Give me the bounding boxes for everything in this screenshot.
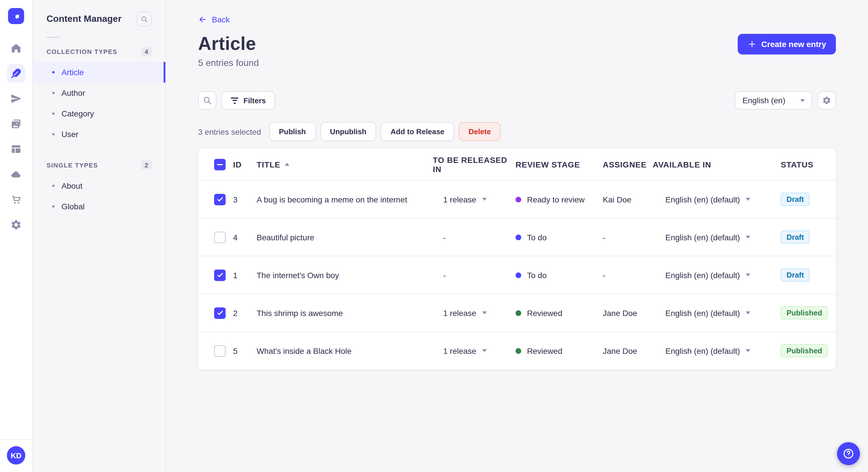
cell-to-be-released-in: - — [433, 270, 516, 279]
chevron-down-icon — [482, 198, 487, 201]
strapi-logo[interactable] — [8, 8, 24, 24]
column-header-to-be-released-in: TO BE RELEASED IN — [433, 155, 516, 173]
cell-title: This shrimp is awesome — [257, 308, 433, 317]
sidebar-item[interactable]: Article — [33, 62, 165, 82]
single-types-list: About Global — [33, 175, 165, 217]
view-settings-gear-button[interactable] — [817, 91, 836, 109]
settings-gear-icon[interactable] — [7, 216, 25, 234]
sidebar-item[interactable]: Author — [33, 82, 165, 103]
release-menu-trigger[interactable]: 1 release — [433, 195, 487, 204]
cell-review-stage: Ready to review — [516, 195, 603, 204]
cell-id: 4 — [233, 233, 257, 242]
release-menu-trigger: - — [433, 270, 446, 279]
chevron-down-icon — [482, 349, 487, 352]
sidebar-title: Content Manager — [46, 14, 121, 24]
main-content: Back Article Create new entry 5 entries … — [166, 0, 868, 472]
cell-assignee: - — [603, 233, 653, 242]
add-to-release-button[interactable]: Add to Release — [381, 122, 454, 141]
table-row[interactable]: 5 What's inside a Black Hole 1 release R… — [198, 332, 836, 369]
bullet-icon — [52, 185, 55, 187]
chevron-down-icon — [746, 349, 750, 352]
create-entry-button[interactable]: Create new entry — [738, 34, 836, 54]
locale-menu-trigger[interactable]: English (en) (default) — [653, 270, 750, 279]
filters-button[interactable]: Filters — [222, 91, 275, 109]
bullet-icon — [52, 112, 55, 115]
help-question-icon — [842, 447, 855, 460]
chevron-down-icon — [482, 311, 487, 314]
cell-assignee: - — [603, 270, 653, 279]
search-icon-button[interactable] — [198, 91, 216, 109]
gear-icon — [822, 96, 831, 105]
sidebar-item-label: Category — [61, 109, 94, 118]
chevron-down-icon — [746, 236, 750, 239]
row-checkbox[interactable] — [214, 269, 226, 281]
cell-to-be-released-in: - — [433, 233, 516, 242]
release-menu-trigger[interactable]: 1 release — [433, 308, 487, 317]
locale-menu-trigger[interactable]: English (en) (default) — [653, 195, 750, 204]
unpublish-button[interactable]: Unpublish — [320, 122, 376, 141]
bullet-icon — [52, 71, 55, 73]
row-checkbox[interactable] — [214, 231, 226, 243]
chevron-down-icon — [746, 274, 750, 276]
cell-title: Beautiful picture — [257, 233, 433, 242]
content-manager-feather-icon[interactable] — [7, 64, 25, 82]
rail-nav — [7, 39, 25, 439]
sidebar-search-button[interactable] — [136, 11, 152, 26]
arrow-left-icon — [198, 15, 207, 24]
sidebar-item[interactable]: User — [33, 124, 165, 144]
publish-button[interactable]: Publish — [269, 122, 315, 141]
page-title: Article — [198, 33, 256, 55]
cell-review-stage: Reviewed — [516, 346, 603, 355]
table-row[interactable]: 4 Beautiful picture - To do - — [198, 218, 836, 256]
locale-menu-trigger[interactable]: English (en) (default) — [653, 233, 750, 242]
media-library-images-icon[interactable] — [7, 115, 25, 133]
help-button[interactable] — [837, 442, 860, 465]
rail-footer: KD — [0, 439, 32, 472]
deploy-cloud-icon[interactable] — [7, 165, 25, 183]
table-row[interactable]: 3 A bug is becoming a meme on the intern… — [198, 180, 836, 218]
table-body: 3 A bug is becoming a meme on the intern… — [198, 180, 836, 369]
sidebar-item[interactable]: Category — [33, 103, 165, 124]
filter-icon — [231, 97, 238, 103]
search-icon — [203, 96, 212, 105]
cell-id: 1 — [233, 270, 257, 279]
column-header-title[interactable]: TITLE — [257, 160, 433, 169]
column-header-available-in: AVAILABLE IN — [653, 160, 781, 169]
column-header-id[interactable]: ID — [233, 160, 257, 169]
home-icon[interactable] — [7, 39, 25, 57]
check-icon — [216, 196, 224, 203]
locale-menu-trigger[interactable]: English (en) (default) — [653, 308, 750, 317]
row-checkbox[interactable] — [214, 307, 226, 318]
release-menu-trigger[interactable]: 1 release — [433, 346, 487, 355]
marketplace-cart-icon[interactable] — [7, 191, 25, 209]
delete-button[interactable]: Delete — [459, 122, 501, 141]
single-types-section: SINGLE TYPES 2 About Global — [33, 157, 165, 217]
select-all-checkbox[interactable] — [214, 159, 226, 170]
row-checkbox[interactable] — [214, 194, 226, 205]
column-header-review-stage: REVIEW STAGE — [516, 160, 603, 169]
avatar[interactable]: KD — [7, 446, 25, 465]
releases-paper-plane-icon[interactable] — [7, 90, 25, 108]
cell-available-in: English (en) (default) — [653, 270, 781, 279]
row-checkbox[interactable] — [214, 345, 226, 357]
column-header-assignee: ASSIGNEE — [603, 160, 653, 169]
cell-title: A bug is becoming a meme on the internet — [257, 195, 433, 204]
entries-count: 5 entries found — [198, 58, 836, 68]
content-type-builder-layout-icon[interactable] — [7, 140, 25, 158]
sidebar-item[interactable]: Global — [33, 196, 165, 217]
selection-bar: 3 entries selected Publish Unpublish Add… — [198, 122, 836, 141]
table-row[interactable]: 2 This shrimp is awesome 1 release Revie… — [198, 294, 836, 332]
cell-available-in: English (en) (default) — [653, 195, 781, 204]
sidebar-item-label: User — [61, 130, 79, 139]
cell-review-stage: To do — [516, 233, 603, 242]
cell-assignee: Jane Doe — [603, 308, 653, 317]
sidebar-item-label: Article — [61, 68, 84, 77]
back-link[interactable]: Back — [198, 15, 229, 24]
locale-select[interactable]: English (en) — [735, 91, 812, 109]
cell-id: 5 — [233, 346, 257, 355]
table-row[interactable]: 1 The internet's Own boy - To do — [198, 256, 836, 294]
cell-to-be-released-in: 1 release — [433, 308, 516, 317]
locale-menu-trigger[interactable]: English (en) (default) — [653, 346, 750, 355]
sidebar-item-label: About — [61, 181, 82, 191]
sidebar-item[interactable]: About — [33, 175, 165, 196]
